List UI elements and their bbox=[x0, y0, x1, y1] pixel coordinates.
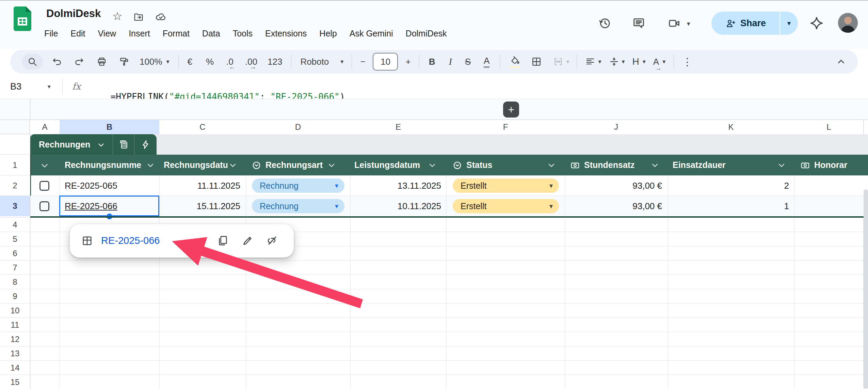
filter-chevron-icon[interactable] bbox=[651, 163, 659, 169]
cell-k3-duration[interactable]: 1 bbox=[668, 201, 789, 212]
filter-chevron-icon[interactable] bbox=[777, 163, 786, 169]
bold-button[interactable]: B bbox=[429, 57, 435, 67]
menu-file[interactable]: File bbox=[44, 29, 58, 38]
sheets-logo[interactable] bbox=[14, 6, 31, 31]
table-header-status[interactable]: Status bbox=[466, 160, 492, 170]
text-color-button[interactable]: A bbox=[484, 56, 489, 68]
row-header-1[interactable]: 1 bbox=[0, 155, 30, 175]
vertical-scrollbar-thumb[interactable] bbox=[864, 189, 868, 389]
font-select[interactable]: Roboto ▾ bbox=[300, 57, 343, 67]
row-header-11[interactable]: 11 bbox=[0, 318, 30, 332]
cell-j2-rate[interactable]: 93,00 € bbox=[565, 181, 662, 191]
row-header-9[interactable]: 9 bbox=[0, 289, 30, 304]
cell-b2-invoice[interactable]: RE-2025-065 bbox=[65, 181, 117, 191]
text-wrap-button[interactable]: H ▾ bbox=[632, 56, 646, 67]
table-header-invoice-number[interactable]: Rechnungsnumme bbox=[65, 160, 141, 170]
avatar[interactable] bbox=[838, 13, 858, 33]
table-header-duration[interactable]: Einsatzdauer bbox=[673, 160, 726, 170]
row-2-checkbox[interactable] bbox=[39, 181, 49, 191]
paint-format-button[interactable] bbox=[119, 57, 129, 67]
row-header-8[interactable]: 8 bbox=[0, 275, 30, 289]
print-button[interactable] bbox=[97, 57, 107, 67]
menu-insert[interactable]: Insert bbox=[129, 29, 150, 38]
cell-k2-duration[interactable]: 2 bbox=[668, 181, 789, 191]
table-header-invoice-date[interactable]: Rechnungsdatu bbox=[164, 160, 228, 170]
row-header-6[interactable]: 6 bbox=[0, 246, 30, 261]
cell-j3-rate[interactable]: 93,00 € bbox=[565, 201, 662, 212]
row-header-5[interactable]: 5 bbox=[0, 232, 30, 246]
menu-view[interactable]: View bbox=[98, 29, 116, 38]
menu-edit[interactable]: Edit bbox=[70, 29, 85, 38]
row-header-3[interactable]: 3 bbox=[0, 196, 30, 216]
table-quick-actions-button[interactable] bbox=[134, 140, 157, 150]
copy-link-button[interactable] bbox=[217, 235, 228, 246]
filter-chevron-icon[interactable] bbox=[146, 163, 155, 169]
share-button[interactable]: Share bbox=[711, 12, 779, 35]
menu-tools[interactable]: Tools bbox=[233, 29, 253, 38]
table-header-select-icon[interactable] bbox=[40, 163, 49, 170]
meet-caret-icon[interactable]: ▾ bbox=[687, 20, 690, 28]
link-text[interactable]: RE-2025-066 bbox=[101, 235, 160, 246]
cell-c2-date[interactable]: 11.11.2025 bbox=[159, 181, 240, 191]
undo-button[interactable] bbox=[52, 57, 62, 67]
row-3-status-chip[interactable]: Erstellt ▾ bbox=[453, 199, 559, 213]
row-header-14[interactable]: 14 bbox=[0, 361, 30, 375]
column-header-a[interactable]: A bbox=[30, 120, 60, 135]
increase-decimals-button[interactable]: .00 → bbox=[245, 57, 257, 67]
borders-button[interactable] bbox=[531, 57, 542, 67]
column-header-b[interactable]: B bbox=[60, 120, 160, 135]
text-rotation-button[interactable]: A → ▾ bbox=[653, 57, 665, 67]
table-header-service-date[interactable]: Leistungsdatum bbox=[354, 160, 420, 170]
name-box[interactable]: B3 bbox=[10, 81, 21, 92]
zoom-select[interactable]: 100% ▾ bbox=[140, 57, 170, 67]
fill-color-button[interactable] bbox=[510, 56, 520, 68]
add-columns-button[interactable]: + bbox=[503, 102, 519, 118]
star-icon[interactable]: ☆ bbox=[112, 10, 123, 23]
vertical-align-button[interactable]: ▾ bbox=[609, 57, 625, 67]
name-box-caret-icon[interactable]: ▾ bbox=[48, 83, 51, 90]
table-sheet-button[interactable] bbox=[113, 139, 134, 150]
table-header-hourly-rate[interactable]: Stundensatz bbox=[584, 160, 635, 170]
comments-icon[interactable] bbox=[632, 17, 645, 30]
column-header-k[interactable]: K bbox=[668, 120, 795, 135]
menu-dolmidesk[interactable]: DolmiDesk bbox=[406, 29, 447, 38]
meet-icon[interactable] bbox=[668, 17, 680, 30]
row-header-12[interactable]: 12 bbox=[0, 332, 30, 346]
column-header-f[interactable]: F bbox=[446, 120, 565, 135]
column-header-l[interactable]: L bbox=[794, 120, 864, 135]
version-history-icon[interactable] bbox=[598, 17, 611, 30]
increase-font-size-button[interactable]: + bbox=[405, 57, 411, 67]
decrease-decimals-button[interactable]: .0 ← bbox=[226, 57, 234, 67]
decrease-font-size-button[interactable]: − bbox=[360, 57, 365, 67]
merge-cells-button[interactable] bbox=[553, 57, 563, 67]
row-header-2[interactable]: 2 bbox=[0, 175, 30, 196]
redo-button[interactable] bbox=[74, 57, 84, 67]
row-2-type-chip[interactable]: Rechnung ▾ bbox=[252, 178, 344, 193]
row-header-15[interactable]: 15 bbox=[0, 375, 30, 389]
menu-data[interactable]: Data bbox=[202, 29, 220, 38]
strikethrough-button[interactable]: S bbox=[465, 57, 471, 67]
menu-format[interactable]: Format bbox=[163, 29, 190, 38]
gemini-sparkle-icon[interactable] bbox=[810, 17, 823, 30]
table-header-fee[interactable]: Honorar bbox=[814, 160, 847, 170]
row-2-status-chip[interactable]: Erstellt ▾ bbox=[453, 178, 559, 193]
move-folder-icon[interactable] bbox=[133, 12, 144, 22]
row-header-7[interactable]: 7 bbox=[0, 261, 30, 275]
italic-button[interactable]: I bbox=[449, 56, 452, 67]
row-header-4[interactable]: 4 bbox=[0, 218, 30, 232]
more-formats-button[interactable]: 123 bbox=[268, 57, 282, 67]
filter-chevron-icon[interactable] bbox=[547, 163, 556, 169]
cloud-status-icon[interactable] bbox=[155, 11, 166, 22]
row-3-type-chip[interactable]: Rechnung ▾ bbox=[252, 199, 344, 213]
search-button[interactable] bbox=[22, 53, 43, 70]
menu-ask-gemini[interactable]: Ask Gemini bbox=[350, 29, 393, 38]
percent-format-button[interactable]: % bbox=[206, 57, 214, 67]
filter-chevron-icon[interactable] bbox=[428, 163, 436, 169]
row-header-13[interactable]: 13 bbox=[0, 346, 30, 361]
filter-chevron-icon[interactable] bbox=[229, 163, 237, 169]
remove-link-button[interactable] bbox=[267, 235, 278, 246]
table-name-tab[interactable]: Rechnungen bbox=[30, 134, 157, 155]
font-size-input[interactable]: 10 bbox=[373, 53, 398, 71]
menu-extensions[interactable]: Extensions bbox=[265, 29, 307, 38]
cell-c3-date[interactable]: 15.11.2025 bbox=[159, 201, 240, 212]
